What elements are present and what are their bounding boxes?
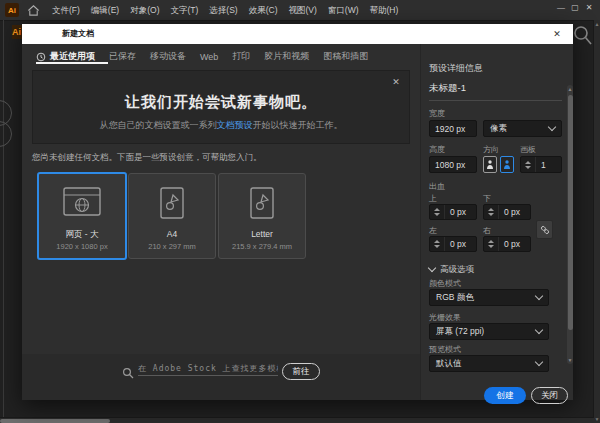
tab-art-illustration[interactable]: 图稿和插图 [323, 50, 368, 63]
raster-effects-label: 光栅效果 [429, 312, 461, 323]
active-tab-underline [36, 62, 108, 64]
chevron-down-icon [535, 326, 543, 334]
tab-web[interactable]: Web [200, 52, 218, 62]
dialog-titlebar[interactable]: 新建文档 ✕ [22, 24, 573, 44]
dialog-title: 新建文档 [62, 28, 94, 39]
stepper-arrows[interactable] [521, 157, 536, 172]
bleed-left-stepper[interactable]: 0 px [429, 236, 477, 252]
app-horizontal-scrollbar[interactable] [0, 417, 594, 423]
scrollbar-thumb[interactable] [0, 419, 110, 423]
artboard-value: 1 [536, 160, 546, 170]
document-presets-link[interactable]: 文档预设 [217, 120, 253, 130]
promo-banner: 让我们开始尝试新事物吧。 从您自己的文档设置或一系列文档预设开始以快速开始工作。… [32, 70, 410, 144]
bleed-bottom-value: 0 px [499, 207, 520, 217]
web-preset-icon [39, 186, 125, 218]
menu-effect[interactable]: 效果(C) [249, 5, 278, 17]
menu-view[interactable]: 视图(V) [289, 5, 317, 17]
stock-search-input[interactable] [138, 362, 278, 376]
illustrator-logo: Ai [5, 3, 19, 17]
color-mode-label: 颜色模式 [429, 278, 461, 289]
menu-help[interactable]: 帮助(H) [370, 5, 399, 17]
window-controls: — ▢ ✕ [554, 3, 596, 12]
bleed-top-label: 上 [429, 193, 437, 204]
empty-state-hint: 您尚未创建任何文档。下面是一些预设创意，可帮助您入门。 [32, 152, 262, 164]
landscape-icon [503, 159, 511, 170]
menu-window[interactable]: 窗口(W) [328, 5, 359, 17]
stepper-arrows[interactable] [484, 205, 499, 219]
minimize-button[interactable]: — [554, 3, 568, 12]
window-close-button[interactable]: ✕ [582, 3, 596, 12]
stepper-arrows[interactable] [430, 205, 445, 219]
preset-name: 网页 - 大 [39, 229, 125, 241]
go-button[interactable]: 前往 [282, 363, 320, 380]
stock-search-band: 前往 [22, 354, 420, 400]
app-window: Ai 文件(F) 编辑(E) 对象(O) 文字(T) 选择(S) 效果(C) 视… [0, 0, 600, 423]
banner-subtitle: 从您自己的文档设置或一系列文档预设开始以快速开始工作。 [33, 119, 409, 132]
menu-object[interactable]: 对象(O) [130, 5, 159, 17]
menu-edit[interactable]: 编辑(E) [91, 5, 119, 17]
bleed-link-button[interactable] [536, 220, 553, 239]
raster-effects-select[interactable]: 屏幕 (72 ppi) [429, 323, 549, 340]
orientation-portrait-button[interactable] [483, 156, 497, 173]
height-input[interactable]: 1080 px [429, 156, 477, 173]
scroll-up-arrow[interactable]: ▲ [594, 21, 600, 27]
panel-scrollbar[interactable]: ▲ ▼ [567, 85, 573, 364]
color-mode-value: RGB 颜色 [436, 292, 474, 304]
preset-card-web-large[interactable]: 网页 - 大 1920 x 1080 px [37, 172, 127, 260]
width-value: 1920 px [435, 124, 465, 134]
chevron-down-icon [428, 264, 436, 272]
stepper-arrows[interactable] [430, 237, 445, 251]
bleed-bottom-label: 下 [483, 193, 491, 204]
background-window-edge [3, 20, 4, 423]
chain-link-icon [540, 225, 550, 235]
artboard-stepper[interactable]: 1 [520, 156, 562, 173]
orientation-label: 方向 [483, 144, 499, 155]
preview-mode-select[interactable]: 默认值 [429, 355, 549, 372]
bleed-top-stepper[interactable]: 0 px [429, 204, 477, 220]
banner-subtitle-text: 从您自己的文档设置或一系列 [100, 120, 217, 130]
tab-film-video[interactable]: 胶片和视频 [264, 50, 309, 63]
app-vertical-scrollbar[interactable]: ▲ ▼ [593, 20, 600, 423]
bleed-left-value: 0 px [445, 239, 466, 249]
unit-value: 像素 [490, 123, 507, 135]
advanced-options-toggle[interactable]: 高级选项 [429, 264, 474, 276]
scroll-up-arrow[interactable]: ▲ [567, 86, 573, 92]
artboard-label: 画板 [520, 144, 536, 155]
preset-size: 210 x 297 mm [129, 242, 215, 251]
preset-card-letter[interactable]: Letter 215.9 x 279.4 mm [218, 173, 306, 259]
banner-close-icon[interactable]: ✕ [390, 76, 402, 88]
print-preset-icon [219, 186, 305, 220]
unit-select[interactable]: 像素 [483, 120, 562, 137]
menu-select[interactable]: 选择(S) [209, 5, 237, 17]
background-circle-shape [0, 121, 12, 147]
divider [429, 100, 562, 101]
stepper-arrows[interactable] [484, 237, 499, 251]
preset-size: 215.9 x 279.4 mm [219, 242, 305, 251]
dialog-close-icon[interactable]: ✕ [550, 27, 564, 41]
scroll-down-arrow[interactable]: ▼ [567, 357, 573, 363]
scroll-down-arrow[interactable]: ▼ [594, 416, 600, 422]
menu-file[interactable]: 文件(F) [52, 5, 80, 17]
bleed-left-label: 左 [429, 225, 437, 236]
preset-card-a4[interactable]: A4 210 x 297 mm [128, 173, 216, 259]
banner-subtitle-text: 开始以快速开始工作。 [253, 120, 343, 130]
search-icon[interactable] [572, 24, 594, 52]
document-name-field[interactable]: 未标题-1 [429, 82, 466, 95]
close-button[interactable]: 关闭 [531, 387, 568, 404]
bleed-right-value: 0 px [499, 239, 520, 249]
preview-mode-value: 默认值 [436, 358, 462, 370]
maximize-button[interactable]: ▢ [568, 3, 582, 12]
home-icon[interactable] [27, 3, 40, 21]
bleed-bottom-stepper[interactable]: 0 px [483, 204, 531, 220]
preset-name: A4 [129, 229, 215, 239]
color-mode-select[interactable]: RGB 颜色 [429, 289, 549, 306]
orientation-landscape-button[interactable] [500, 156, 514, 173]
tab-mobile[interactable]: 移动设备 [150, 50, 186, 63]
tab-print[interactable]: 打印 [232, 50, 250, 63]
scrollbar-thumb[interactable] [568, 95, 573, 330]
tab-saved[interactable]: 已保存 [109, 50, 136, 63]
create-button[interactable]: 创建 [484, 387, 526, 404]
menu-type[interactable]: 文字(T) [170, 5, 198, 17]
bleed-right-stepper[interactable]: 0 px [483, 236, 531, 252]
width-input[interactable]: 1920 px [429, 120, 477, 137]
